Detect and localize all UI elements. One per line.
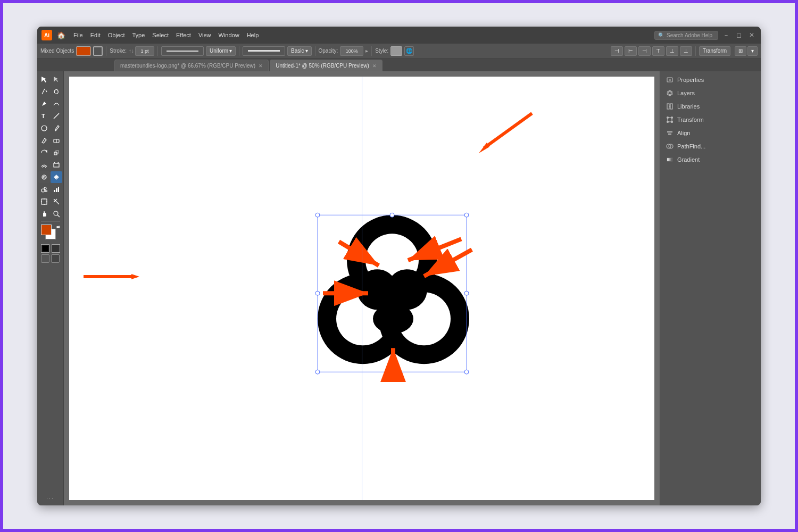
ellipse-tool[interactable] bbox=[38, 122, 50, 134]
svg-rect-33 bbox=[667, 78, 672, 82]
stroke-style-preview[interactable] bbox=[161, 46, 204, 56]
more-tools[interactable]: ··· bbox=[46, 495, 54, 503]
restore-button[interactable]: ◻ bbox=[734, 30, 744, 40]
handle-left bbox=[315, 291, 320, 295]
panel-properties[interactable]: Properties bbox=[662, 73, 759, 86]
align-center-h[interactable]: ⊢ bbox=[625, 46, 637, 56]
mode-buttons bbox=[41, 254, 60, 263]
warp-tool[interactable] bbox=[38, 159, 50, 171]
puppet-warp-tool[interactable] bbox=[51, 171, 62, 183]
draw-behind-mode[interactable] bbox=[51, 254, 60, 263]
symbol-sprayer-tool[interactable] bbox=[38, 184, 50, 195]
menu-type[interactable]: Type bbox=[129, 31, 148, 39]
opacity-input[interactable]: 100% bbox=[340, 46, 363, 56]
expand-panel[interactable]: ⊞ bbox=[735, 46, 746, 56]
view-controls: ⊞ ▾ bbox=[735, 46, 758, 56]
scale-tool[interactable] bbox=[51, 147, 62, 159]
slice-tool[interactable] bbox=[51, 196, 62, 207]
panel-transform[interactable]: Transform bbox=[662, 113, 759, 126]
panel-align[interactable]: Align bbox=[662, 127, 759, 139]
draw-normal-mode[interactable] bbox=[41, 254, 49, 263]
fill-mode[interactable] bbox=[41, 244, 49, 253]
align-right[interactable]: ⊣ bbox=[638, 46, 651, 56]
column-graph-tool[interactable] bbox=[51, 184, 62, 195]
brush-style-preview[interactable] bbox=[243, 46, 285, 56]
stroke-mode[interactable] bbox=[52, 244, 60, 253]
align-icon bbox=[666, 129, 674, 137]
eraser-tool[interactable] bbox=[51, 135, 62, 146]
svg-rect-36 bbox=[667, 104, 669, 109]
style-preview[interactable] bbox=[390, 46, 402, 56]
hand-tool[interactable] bbox=[38, 208, 50, 220]
zoom-tool[interactable] bbox=[51, 208, 62, 220]
panel-pathfinder[interactable]: PathFind... bbox=[662, 140, 759, 153]
tab-close-2[interactable]: ✕ bbox=[372, 63, 377, 69]
svg-point-16 bbox=[44, 187, 46, 189]
panel-options[interactable]: ▾ bbox=[747, 46, 758, 56]
rings-svg bbox=[291, 196, 493, 388]
pen-tool[interactable] bbox=[38, 98, 50, 110]
paintbrush-tool[interactable] bbox=[51, 122, 62, 134]
pencil-tool[interactable] bbox=[38, 135, 50, 146]
menu-window[interactable]: Window bbox=[215, 31, 243, 39]
close-button[interactable]: ✕ bbox=[747, 30, 757, 40]
menu-effect[interactable]: Effect bbox=[173, 31, 194, 39]
align-bottom[interactable]: ⊥ bbox=[680, 46, 692, 56]
app-window: Ai 🏠 File Edit Object Type Select Effect… bbox=[37, 27, 761, 505]
menu-object[interactable]: Object bbox=[105, 31, 128, 39]
panel-libraries[interactable]: Libraries bbox=[662, 100, 759, 113]
home-icon[interactable]: 🏠 bbox=[55, 29, 67, 41]
panel-layers[interactable]: Layers bbox=[662, 87, 759, 99]
type-tool[interactable]: T bbox=[38, 110, 50, 122]
svg-rect-20 bbox=[58, 187, 59, 192]
svg-point-43 bbox=[667, 121, 669, 123]
align-middle-v[interactable]: ⊥ bbox=[666, 46, 678, 56]
align-top[interactable]: ⊤ bbox=[652, 46, 664, 56]
selection-tool[interactable] bbox=[38, 73, 50, 85]
magic-wand-tool[interactable] bbox=[38, 86, 50, 97]
svg-point-13 bbox=[43, 176, 45, 178]
divider1 bbox=[106, 46, 106, 56]
perspective-tool[interactable] bbox=[38, 171, 50, 183]
artboard-tool[interactable] bbox=[38, 196, 50, 207]
align-tools: ⊣ ⊢ ⊣ ⊤ ⊥ ⊥ bbox=[611, 46, 692, 56]
tab-untitled[interactable]: Untitled-1* @ 50% (RGB/CPU Preview) ✕ bbox=[270, 60, 383, 71]
mixed-objects-label: Mixed Objects bbox=[40, 48, 74, 54]
lasso-tool[interactable] bbox=[51, 86, 62, 97]
transform-label[interactable]: Transform bbox=[699, 46, 730, 56]
menu-bar: File Edit Object Type Select Effect View… bbox=[70, 31, 651, 39]
tab-masterbundles[interactable]: masterbundles-logo.png* @ 66.67% (RGB/CP… bbox=[114, 60, 269, 71]
rotate-tool[interactable] bbox=[38, 147, 50, 159]
curvature-tool[interactable] bbox=[51, 98, 62, 110]
menu-edit[interactable]: Edit bbox=[87, 31, 104, 39]
menu-help[interactable]: Help bbox=[244, 31, 262, 39]
line-tool[interactable] bbox=[51, 110, 62, 122]
tab-close-1[interactable]: ✕ bbox=[259, 63, 263, 69]
uniform-dropdown[interactable]: Uniform ▾ bbox=[206, 46, 236, 56]
stroke-value-input[interactable]: 1 pt bbox=[135, 46, 154, 56]
minimize-button[interactable]: － bbox=[721, 30, 731, 40]
foreground-color[interactable] bbox=[41, 225, 52, 235]
properties-icon bbox=[666, 76, 674, 84]
style-globe[interactable]: 🌐 bbox=[404, 46, 414, 56]
svg-line-1 bbox=[46, 90, 47, 92]
direct-selection-tool[interactable] bbox=[51, 73, 62, 85]
menu-select[interactable]: Select bbox=[149, 31, 172, 39]
tab-bar: masterbundles-logo.png* @ 66.67% (RGB/CP… bbox=[37, 59, 761, 71]
search-box[interactable]: 🔍 Search Adobe Help bbox=[654, 31, 718, 40]
svg-line-31 bbox=[484, 113, 532, 148]
svg-point-15 bbox=[41, 189, 45, 192]
swap-colors[interactable]: ⇄ bbox=[56, 225, 60, 229]
fill-color-control[interactable] bbox=[76, 46, 91, 56]
menu-view[interactable]: View bbox=[195, 31, 214, 39]
right-panel: Properties Layers Libraries Transform bbox=[660, 71, 761, 505]
menu-file[interactable]: File bbox=[70, 31, 86, 39]
stroke-color-control[interactable] bbox=[93, 46, 103, 56]
main-area: T bbox=[37, 71, 761, 505]
panel-gradient[interactable]: Gradient bbox=[662, 153, 759, 166]
free-transform-tool[interactable] bbox=[51, 159, 62, 171]
style-label: Style: bbox=[375, 48, 388, 54]
svg-rect-9 bbox=[54, 163, 59, 167]
basic-dropdown[interactable]: Basic ▾ bbox=[287, 46, 311, 56]
align-left[interactable]: ⊣ bbox=[611, 46, 623, 56]
